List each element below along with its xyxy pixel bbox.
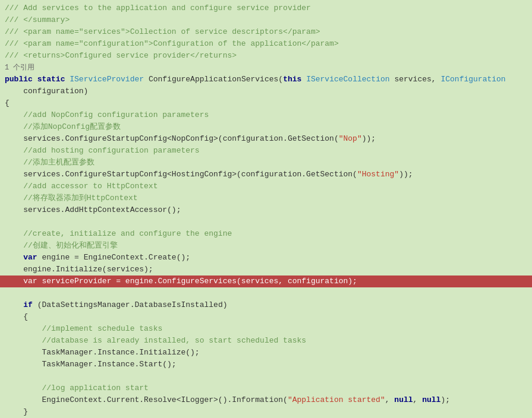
code-line-21: //创建、初始化和配置引擎 xyxy=(0,240,532,252)
code-line-1: /// Add services to the application and … xyxy=(0,2,532,14)
code-line-12: services.ConfigureStartupConfig<NopConfi… xyxy=(0,133,532,145)
code-line-17: //将存取器添加到HttpContext xyxy=(0,192,532,204)
code-line-20: //create, initialize and configure the e… xyxy=(0,228,532,240)
code-line-26: if (DataSettingsManager.DatabaseIsInstal… xyxy=(0,299,532,311)
code-line-2: /// </summary> xyxy=(0,14,532,26)
code-line-3: /// <param name="services">Collection of… xyxy=(0,26,532,38)
code-line-18: services.AddHttpContextAccessor(); xyxy=(0,204,532,216)
code-line-35: } xyxy=(0,406,532,418)
code-line-15: services.ConfigureStartupConfig<HostingC… xyxy=(0,169,532,180)
code-line-5: /// <returns>Configured service provider… xyxy=(0,50,532,62)
code-line-9: { xyxy=(0,97,532,109)
code-line-8: configuration) xyxy=(0,86,532,97)
code-line-4: /// <param name="configuration">Configur… xyxy=(0,38,532,50)
code-line-10: //add NopConfig configuration parameters xyxy=(0,109,532,121)
code-line-6: 1 个引用 xyxy=(0,62,532,74)
code-line-22: var engine = EngineContext.Create(); xyxy=(0,252,532,264)
code-line-14: //添加主机配置参数 xyxy=(0,157,532,169)
code-line-27: { xyxy=(0,311,532,323)
code-line-33: //log application start xyxy=(0,382,532,394)
code-line-30: TaskManager.Instance.Initialize(); xyxy=(0,347,532,359)
code-line-13: //add hosting configuration parameters xyxy=(0,145,532,157)
code-line-32 xyxy=(0,370,532,382)
code-line-34: EngineContext.Current.Resolve<ILogger>()… xyxy=(0,394,532,406)
code-line-23: engine.Initialize(services); xyxy=(0,264,532,276)
code-editor: /// Add services to the application and … xyxy=(0,0,532,418)
code-line-29: //database is already installed, so star… xyxy=(0,335,532,347)
code-line-16: //add accessor to HttpContext xyxy=(0,180,532,192)
code-line-24-highlighted: var serviceProvider = engine.ConfigureSe… xyxy=(0,276,532,287)
code-line-28: //implement schedule tasks xyxy=(0,323,532,335)
code-line-31: TaskManager.Instance.Start(); xyxy=(0,359,532,370)
code-line-7: public static IServiceProvider Configure… xyxy=(0,74,532,86)
code-line-19 xyxy=(0,216,532,228)
code-line-25 xyxy=(0,287,532,299)
code-line-11: //添加NopConfig配置参数 xyxy=(0,121,532,133)
